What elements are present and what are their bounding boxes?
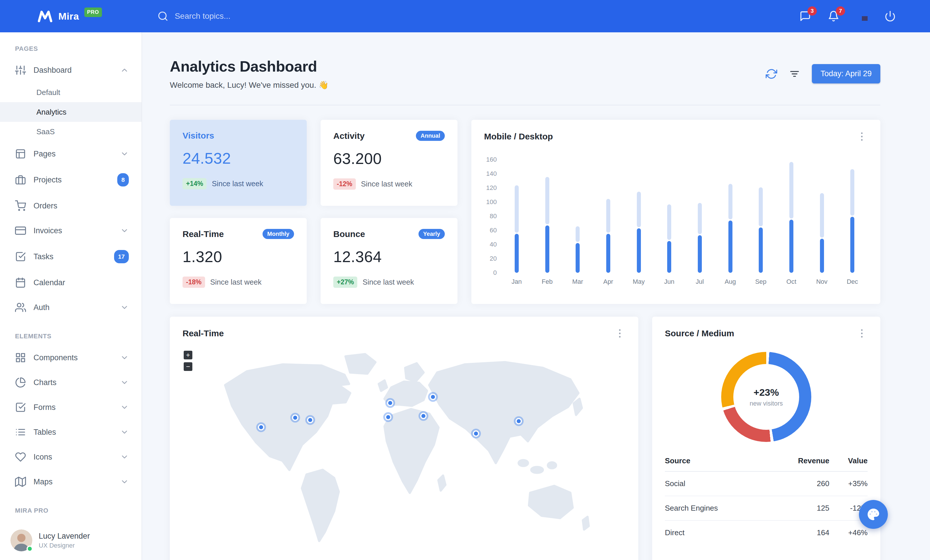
sidebar-item-components[interactable]: Components [0, 345, 142, 370]
chevron-down-icon [120, 226, 129, 235]
bar-segment-desktop [820, 239, 824, 273]
cell-source: Direct [665, 520, 768, 545]
check-square-icon [15, 251, 26, 262]
language-button[interactable] [856, 10, 868, 23]
messages-count-badge: 3 [808, 6, 817, 15]
source-menu-button[interactable] [856, 328, 868, 339]
stat-card-activity: Activity Annual 63.200 -12% Since last w… [320, 120, 457, 206]
sidebar-item-forms[interactable]: Forms [0, 395, 142, 420]
map-marker[interactable] [430, 394, 436, 400]
sidebar-user[interactable]: Lucy Lavender UX Designer [0, 521, 142, 560]
search-input[interactable] [175, 12, 308, 21]
bar-segment-desktop [728, 221, 733, 273]
users-icon [15, 302, 26, 313]
chart-menu-button[interactable] [856, 131, 868, 142]
donut-center-value: +23% [753, 387, 779, 398]
bar-segment-desktop [850, 217, 855, 273]
chart-title: Mobile / Desktop [484, 132, 553, 141]
x-axis-tick: Sep [755, 278, 767, 285]
map-marker[interactable] [292, 414, 298, 421]
sidebar-item-label: Auth [34, 302, 50, 313]
brand[interactable]: Mira PRO [37, 10, 102, 23]
stat-value: 1.320 [183, 248, 294, 265]
map-zoom-in-button[interactable]: + [184, 351, 192, 359]
bar-group-oct: Oct [776, 160, 807, 293]
navbar-search [157, 11, 308, 21]
map-marker[interactable] [420, 413, 427, 419]
sidebar-item-label: Invoices [34, 225, 62, 236]
sidebar-item-projects[interactable]: Projects8 [0, 166, 142, 193]
stat-value: 24.532 [183, 149, 294, 167]
sidebar-item-invoices[interactable]: Invoices [0, 218, 142, 243]
sidebar-item-tasks[interactable]: Tasks17 [0, 243, 142, 270]
table-row-direct: Direct164+46% [665, 520, 868, 545]
stat-value: 12.364 [333, 248, 445, 265]
sidebar-item-calendar[interactable]: Calendar [0, 270, 142, 295]
bar-segment-desktop [515, 234, 519, 273]
map-zoom-out-button[interactable]: − [184, 362, 192, 371]
date-range-button[interactable]: Today: April 29 [812, 64, 880, 83]
page-subtitle: Welcome back, Lucy! We've missed you. 👋 [170, 80, 329, 90]
search-icon [157, 11, 168, 21]
bar-group-jul: Jul [685, 160, 715, 293]
period-badge: Monthly [263, 229, 294, 239]
sidebar-item-label: Charts [34, 377, 57, 388]
sidebar-subitem-analytics[interactable]: Analytics [0, 102, 142, 122]
map-marker[interactable] [258, 424, 264, 430]
bar-segment-desktop [667, 241, 671, 273]
page-title: Analytics Dashboard [170, 58, 329, 75]
world-map: + − [183, 346, 625, 560]
stat-card-bounce: Bounce Yearly 12.364 +27% Since last wee… [320, 218, 457, 304]
map-marker[interactable] [385, 414, 391, 420]
map-marker[interactable] [516, 418, 522, 424]
chevron-down-icon [120, 303, 129, 312]
analytics-dashboard-app: Mira PRO 3 7 PAGESDashboardDefaul [0, 0, 930, 560]
sidebar-item-orders[interactable]: Orders [0, 193, 142, 218]
map-marker[interactable] [473, 430, 479, 437]
delta-badge: -18% [183, 276, 205, 288]
sidebar-item-pages[interactable]: Pages [0, 141, 142, 166]
messages-button[interactable]: 3 [799, 10, 811, 23]
notifications-button[interactable]: 7 [827, 10, 840, 23]
y-axis-tick: 40 [490, 241, 497, 248]
bar-segment-desktop [606, 234, 610, 273]
list-icon [15, 427, 26, 437]
top-navbar: Mira PRO 3 7 [0, 0, 930, 32]
cell-source: Search Engines [665, 496, 768, 520]
filter-button[interactable] [789, 68, 800, 80]
notifications-count-badge: 7 [836, 6, 845, 15]
sidebar-item-label: Dashboard [34, 64, 72, 76]
logout-button[interactable] [884, 10, 896, 23]
sidebar-item-charts[interactable]: Charts [0, 370, 142, 395]
y-axis-tick: 120 [486, 184, 497, 192]
shopping-cart-icon [15, 200, 26, 211]
refresh-button[interactable] [766, 68, 777, 80]
bar-plot: JanFebMarAprMayJunJulAugSepOctNovDec [501, 160, 868, 293]
map-marker[interactable] [387, 400, 393, 406]
mobile-desktop-chart-card: Mobile / Desktop 020406080100120140160 J… [471, 120, 880, 304]
sidebar-item-tables[interactable]: Tables [0, 420, 142, 445]
bar-segment-mobile [759, 187, 763, 226]
sidebar-item-label: Tasks [34, 251, 54, 262]
sidebar-item-dashboard[interactable]: Dashboard [0, 58, 142, 83]
mira-logo-icon [37, 10, 53, 23]
map-menu-button[interactable] [614, 328, 625, 339]
bar-yaxis: 020406080100120140160 [484, 160, 501, 273]
sidebar-subitem-saas[interactable]: SaaS [0, 122, 142, 141]
theme-settings-fab[interactable] [859, 500, 888, 529]
column-header-revenue: Revenue [768, 450, 829, 471]
online-status-dot [26, 546, 33, 552]
stat-title: Visitors [183, 131, 214, 141]
map-marker[interactable] [307, 417, 313, 423]
stats-grid: Visitors 24.532 +14% Since last week Act… [170, 120, 880, 304]
stat-card-real-time: Real-Time Monthly 1.320 -18% Since last … [170, 218, 307, 304]
sidebar-item-maps[interactable]: Maps [0, 469, 142, 494]
x-axis-tick: Dec [847, 278, 858, 285]
bar-chart: 020406080100120140160 JanFebMarAprMayJun… [484, 160, 868, 293]
source-medium-card: Source / Medium +23% new visitors Source… [652, 317, 880, 560]
y-axis-tick: 80 [490, 213, 497, 220]
sidebar-subitem-default[interactable]: Default [0, 83, 142, 102]
sidebar-item-auth[interactable]: Auth [0, 295, 142, 320]
sidebar-item-icons[interactable]: Icons [0, 445, 142, 469]
check-square-icon [15, 402, 26, 413]
